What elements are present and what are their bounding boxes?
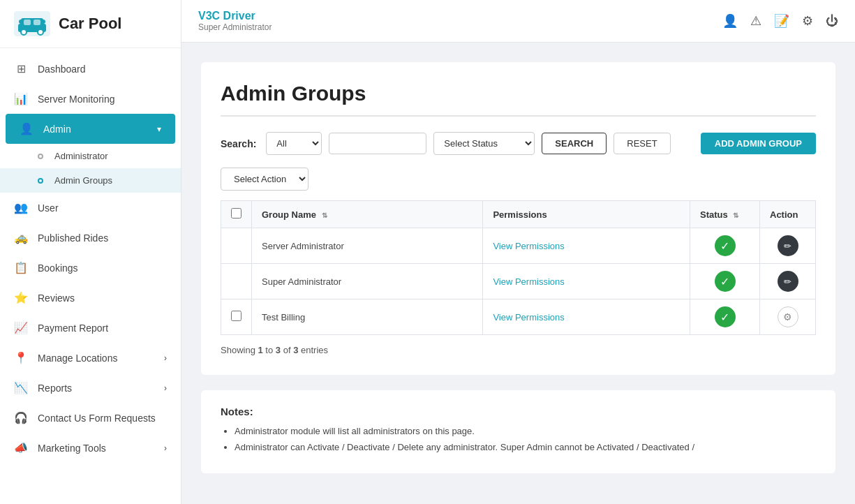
table-row: Super Administrator View Permissions ✓ ✏ [221, 264, 816, 299]
edit-notes-icon[interactable]: 📝 [774, 13, 789, 29]
admin-arrow-icon: ▾ [157, 124, 161, 134]
row2-view-permissions-link[interactable]: View Permissions [493, 276, 564, 287]
sidebar-label-administrator: Administrator [54, 151, 108, 161]
reset-button[interactable]: RESET [614, 133, 670, 154]
row3-status-active-icon: ✓ [715, 306, 736, 327]
sidebar-label-admin-groups: Admin Groups [54, 175, 112, 186]
sidebar-item-manage-locations[interactable]: 📍 Manage Locations › [0, 343, 181, 373]
sidebar-item-admin[interactable]: 👤 Admin ▾ [6, 114, 175, 144]
row3-status: ✓ [690, 299, 760, 335]
reviews-icon: ⭐ [14, 291, 28, 304]
marketing-tools-icon: 📣 [14, 441, 28, 454]
row1-action: ✏ [760, 228, 816, 264]
reports-arrow-icon: › [164, 383, 167, 393]
row1-view-permissions-link[interactable]: View Permissions [493, 241, 564, 251]
sidebar-item-dashboard[interactable]: ⊞ Dashboard [0, 54, 181, 84]
administrator-dot-icon [38, 154, 43, 159]
main-content-card: Admin Groups Search: All Select Status A… [201, 62, 835, 375]
dashboard-icon: ⊞ [14, 62, 28, 75]
col-action: Action [760, 201, 816, 228]
col-status: Status ⇅ [690, 201, 760, 228]
svg-rect-6 [34, 20, 40, 25]
search-filter-select[interactable]: All [266, 132, 322, 155]
note-item: Administrator module will list all admin… [235, 426, 816, 436]
sidebar-item-admin-groups[interactable]: Admin Groups [0, 168, 181, 193]
reports-icon: 📉 [14, 381, 28, 394]
server-monitoring-icon: 📊 [14, 92, 28, 105]
user-profile-icon[interactable]: 👤 [722, 13, 738, 29]
sidebar-label-published-rides: Published Rides [38, 232, 108, 244]
select-all-checkbox[interactable] [231, 208, 241, 218]
sidebar-item-reviews[interactable]: ⭐ Reviews [0, 283, 181, 313]
sidebar-item-published-rides[interactable]: 🚕 Published Rides [0, 223, 181, 253]
sidebar-item-server-monitoring[interactable]: 📊 Server Monitoring [0, 84, 181, 114]
header-title-area: V3C Driver Super Administrator [198, 10, 722, 32]
row3-checkbox[interactable] [231, 311, 241, 321]
admin-groups-table-wrapper: Group Name ⇅ Permissions Status ⇅ [221, 200, 816, 335]
notes-section: Notes: Administrator module will list al… [201, 390, 835, 473]
sidebar-label-reports: Reports [38, 383, 72, 394]
admin-groups-dot-icon [38, 178, 43, 184]
admin-groups-table: Group Name ⇅ Permissions Status ⇅ [221, 200, 816, 335]
sidebar-label-marketing-tools: Marketing Tools [38, 443, 106, 454]
admin-icon: 👤 [20, 122, 34, 135]
svg-point-3 [21, 29, 27, 35]
search-status-select[interactable]: Select Status Active Inactive [433, 132, 535, 155]
add-admin-group-button[interactable]: ADD ADMIN GROUP [701, 133, 816, 154]
sidebar-label-payment-report: Payment Report [38, 323, 108, 334]
app-name: V3C Driver [198, 10, 722, 22]
status-sort-icon[interactable]: ⇅ [733, 212, 738, 219]
manage-locations-arrow-icon: › [164, 353, 167, 363]
row3-permissions: View Permissions [483, 299, 690, 335]
row1-status-active-icon: ✓ [715, 235, 736, 256]
contact-us-icon: 🎧 [14, 411, 28, 424]
sidebar-item-reports[interactable]: 📉 Reports › [0, 373, 181, 403]
row3-view-permissions-link[interactable]: View Permissions [493, 312, 564, 323]
row2-group-name: Super Administrator [252, 264, 483, 299]
row1-status: ✓ [690, 228, 760, 264]
col-checkbox [221, 201, 252, 228]
warning-alert-icon[interactable]: ⚠ [750, 13, 761, 29]
sidebar-label-reviews: Reviews [38, 292, 75, 304]
row2-edit-button[interactable]: ✏ [778, 271, 798, 292]
sidebar-item-user[interactable]: 👥 User [0, 193, 181, 223]
svg-rect-5 [24, 20, 31, 25]
row2-checkbox-cell [221, 264, 252, 299]
row1-edit-button[interactable]: ✏ [778, 235, 798, 256]
note-item: Administrator can Activate / Deactivate … [235, 442, 816, 452]
sidebar-navigation: ⊞ Dashboard 📊 Server Monitoring 👤 Admin … [0, 48, 181, 468]
row2-action: ✏ [760, 264, 816, 299]
sidebar-item-payment-report[interactable]: 📈 Payment Report [0, 313, 181, 343]
row3-gear-button[interactable]: ⚙ [778, 306, 798, 327]
sidebar-item-contact-us[interactable]: 🎧 Contact Us Form Requests [0, 403, 181, 433]
power-logout-icon[interactable]: ⏻ [826, 14, 838, 29]
row1-group-name: Server Administrator [252, 228, 483, 264]
main-area: V3C Driver Super Administrator 👤 ⚠ 📝 ⚙ ⏻… [181, 0, 855, 504]
page-title: Admin Groups [221, 82, 816, 105]
marketing-tools-arrow-icon: › [164, 443, 167, 453]
showing-entries-text: Showing 1 to 3 of 3 entries [221, 345, 816, 355]
sidebar-label-bookings: Bookings [38, 262, 78, 274]
user-icon: 👥 [14, 201, 28, 214]
search-text-input[interactable] [329, 133, 426, 154]
svg-point-7 [19, 20, 23, 24]
bookings-icon: 📋 [14, 261, 28, 274]
settings-gear-icon[interactable]: ⚙ [802, 13, 813, 29]
row3-group-name: Test Billing [252, 299, 483, 335]
group-name-sort-icon[interactable]: ⇅ [322, 212, 327, 219]
sidebar-item-bookings[interactable]: 📋 Bookings [0, 253, 181, 283]
published-rides-icon: 🚕 [14, 231, 28, 244]
logo-text: Car Pool [59, 15, 121, 33]
sidebar-item-administrator[interactable]: Administrator [0, 144, 181, 168]
search-button[interactable]: SEARCH [542, 133, 607, 154]
action-select-wrapper: Select Action Delete [221, 168, 816, 191]
sidebar-label-admin: Admin [43, 124, 71, 135]
notes-list: Administrator module will list all admin… [221, 426, 816, 452]
row3-checkbox-cell [221, 299, 252, 335]
bulk-action-select[interactable]: Select Action Delete [221, 168, 308, 191]
svg-point-8 [41, 20, 45, 24]
row1-permissions: View Permissions [483, 228, 690, 264]
sidebar-item-marketing-tools[interactable]: 📣 Marketing Tools › [0, 433, 181, 463]
row2-status: ✓ [690, 264, 760, 299]
row1-checkbox-cell [221, 228, 252, 264]
